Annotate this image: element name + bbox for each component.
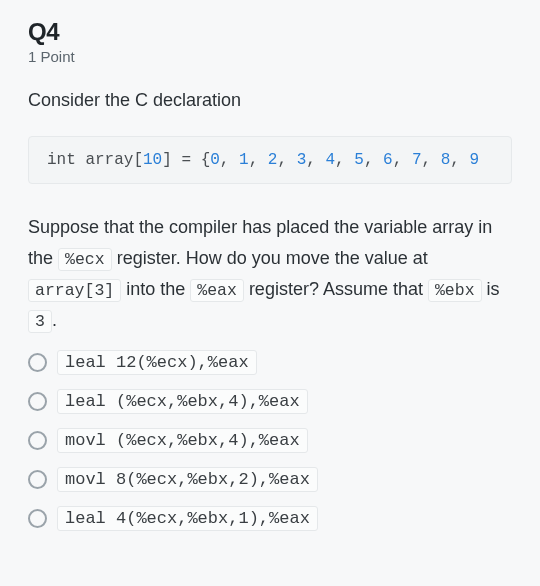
code-block: int array[10] = {0, 1, 2, 3, 4, 5, 6, 7,… xyxy=(28,136,512,184)
code-num: 0 xyxy=(210,151,220,169)
option-row[interactable]: movl 8(%ecx,%ebx,2),%eax xyxy=(28,467,512,492)
code-num: 7 xyxy=(412,151,422,169)
code-num: 9 xyxy=(470,151,480,169)
option-row[interactable]: leal (%ecx,%ebx,4),%eax xyxy=(28,389,512,414)
body-text: register. How do you move the value at xyxy=(112,248,428,268)
code-text: int array[ xyxy=(47,151,143,169)
code-num: 1 xyxy=(239,151,249,169)
option-code: leal (%ecx,%ebx,4),%eax xyxy=(57,389,308,414)
option-code: leal 12(%ecx),%eax xyxy=(57,350,257,375)
radio-icon[interactable] xyxy=(28,353,47,372)
code-num: 8 xyxy=(441,151,451,169)
code-num: 6 xyxy=(383,151,393,169)
option-code: movl 8(%ecx,%ebx,2),%eax xyxy=(57,467,318,492)
question-id: Q4 xyxy=(28,18,512,46)
question-prompt-intro: Consider the C declaration xyxy=(28,87,512,114)
option-row[interactable]: leal 4(%ecx,%ebx,1),%eax xyxy=(28,506,512,531)
inline-code-val3: 3 xyxy=(28,310,52,333)
radio-icon[interactable] xyxy=(28,431,47,450)
options-list: leal 12(%ecx),%eax leal (%ecx,%ebx,4),%e… xyxy=(28,350,512,531)
code-text: ] = { xyxy=(162,151,210,169)
option-code: movl (%ecx,%ebx,4),%eax xyxy=(57,428,308,453)
option-code: leal 4(%ecx,%ebx,1),%eax xyxy=(57,506,318,531)
question-points: 1 Point xyxy=(28,48,512,65)
option-row[interactable]: movl (%ecx,%ebx,4),%eax xyxy=(28,428,512,453)
question-container: Q4 1 Point Consider the C declaration in… xyxy=(0,0,540,531)
code-num: 3 xyxy=(297,151,307,169)
radio-icon[interactable] xyxy=(28,470,47,489)
body-text: is xyxy=(482,279,500,299)
radio-icon[interactable] xyxy=(28,392,47,411)
code-num: 5 xyxy=(354,151,364,169)
inline-code-reg-eax: %eax xyxy=(190,279,244,302)
body-text: register? Assume that xyxy=(244,279,428,299)
inline-code-reg-ecx: %ecx xyxy=(58,248,112,271)
code-num: 4 xyxy=(325,151,335,169)
code-size: 10 xyxy=(143,151,162,169)
inline-code-array3: array[3] xyxy=(28,279,121,302)
body-text: into the xyxy=(121,279,190,299)
question-body: Suppose that the compiler has placed the… xyxy=(28,212,512,336)
code-num: 2 xyxy=(268,151,278,169)
option-row[interactable]: leal 12(%ecx),%eax xyxy=(28,350,512,375)
inline-code-reg-ebx: %ebx xyxy=(428,279,482,302)
radio-icon[interactable] xyxy=(28,509,47,528)
body-text: . xyxy=(52,310,57,330)
